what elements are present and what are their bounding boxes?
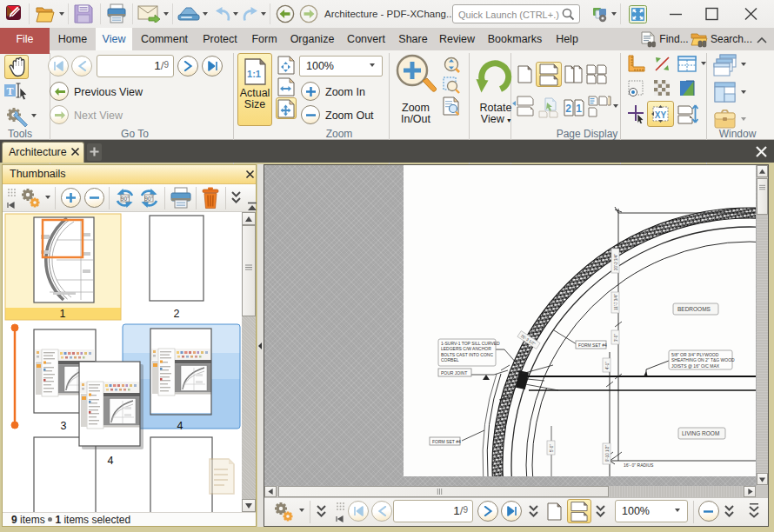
svg-text:XY: XY <box>655 110 667 120</box>
svg-text:LIVING ROOM: LIVING ROOM <box>682 430 719 436</box>
svg-text:9'-10 1/2": 9'-10 1/2" <box>605 445 610 462</box>
svg-text:POUR JOINT: POUR JOINT <box>441 370 467 376</box>
svg-text:FORM SET #4: FORM SET #4 <box>578 342 607 348</box>
svg-text:3'-0": 3'-0" <box>614 334 618 342</box>
svg-text:4: 4 <box>108 455 114 467</box>
svg-text:T: T <box>6 85 13 97</box>
svg-text:1-SURV-1 TOP SILL CURVED: 1-SURV-1 TOP SILL CURVED <box>441 341 500 346</box>
svg-text:4: 4 <box>177 420 183 432</box>
svg-text:LEDGERS C/W ANCHOR: LEDGERS C/W ANCHOR <box>441 346 491 351</box>
svg-text:2: 2 <box>565 103 571 115</box>
svg-text:5'-0": 5'-0" <box>550 444 554 452</box>
svg-text:4'-1": 4'-1" <box>605 362 610 369</box>
svg-text:1: 1 <box>60 308 66 320</box>
svg-text:CORBEL: CORBEL <box>441 357 459 362</box>
svg-text:BEDROOMS: BEDROOMS <box>677 306 711 312</box>
svg-text:90°: 90° <box>144 196 153 202</box>
svg-text:90°: 90° <box>121 196 130 202</box>
svg-text:20'-2 3/4": 20'-2 3/4" <box>614 254 618 270</box>
svg-text:JOISTS @ 16" O/C MAX: JOISTS @ 16" O/C MAX <box>671 363 720 369</box>
svg-text:2: 2 <box>174 308 180 320</box>
svg-text:16'- 0" RADIUS: 16'- 0" RADIUS <box>624 462 654 468</box>
svg-text:5/8" OR 3/4" PLYWOOD: 5/8" OR 3/4" PLYWOOD <box>671 352 719 357</box>
svg-text:11'-7 3/4": 11'-7 3/4" <box>614 294 618 310</box>
svg-text:1:1: 1:1 <box>247 69 261 79</box>
svg-text:FORM SET #4: FORM SET #4 <box>432 439 461 444</box>
svg-text:1: 1 <box>576 103 582 115</box>
svg-text:SHEATHING ON 2" T&G WOOD: SHEATHING ON 2" T&G WOOD <box>671 357 735 362</box>
svg-text:BOLTS CAST INTO CONC: BOLTS CAST INTO CONC <box>441 352 493 357</box>
svg-text:3: 3 <box>61 420 67 432</box>
